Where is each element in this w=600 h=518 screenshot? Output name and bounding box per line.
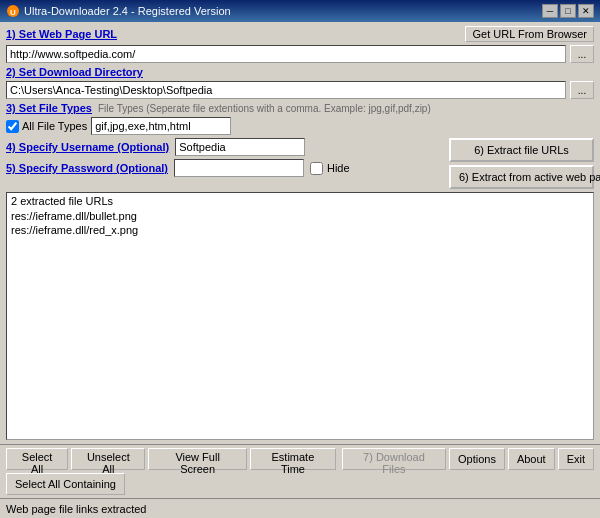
options-button[interactable]: Options [449, 448, 505, 470]
hide-row: Hide [310, 162, 350, 175]
section1-label[interactable]: 1) Set Web Page URL [6, 28, 117, 40]
view-full-screen-button[interactable]: View Full Screen [148, 448, 246, 470]
select-all-button[interactable]: Select All [6, 448, 68, 470]
section3-label[interactable]: 3) Set File Types [6, 102, 92, 114]
title-text: Ultra-Downloader 2.4 - Registered Versio… [24, 5, 231, 17]
hide-label: Hide [327, 162, 350, 174]
section1-header: 1) Set Web Page URL Get URL From Browser [6, 26, 594, 42]
title-bar: U Ultra-Downloader 2.4 - Registered Vers… [0, 0, 600, 22]
download-files-button[interactable]: 7) Download Files [342, 448, 446, 470]
file-list-area[interactable]: 2 extracted file URLs res://ieframe.dll/… [6, 192, 594, 440]
dir-browse-button[interactable]: ... [570, 81, 594, 99]
close-button[interactable]: ✕ [578, 4, 594, 18]
url-input[interactable] [6, 45, 566, 63]
all-file-types-checkbox-label[interactable]: All File Types [6, 120, 87, 133]
section5-row: 5) Specify Password (Optional) Hide [6, 159, 443, 177]
about-button[interactable]: About [508, 448, 555, 470]
minimize-button[interactable]: ─ [542, 4, 558, 18]
file-types-row: All File Types [6, 117, 594, 135]
middle-area: 2 extracted file URLs res://ieframe.dll/… [6, 192, 594, 440]
file-item[interactable]: res://ieframe.dll/red_x.png [11, 223, 589, 237]
all-file-types-label: All File Types [22, 120, 87, 132]
select-all-containing-button[interactable]: Select All Containing [6, 473, 125, 495]
toolbar-row1: Select All Unselect All View Full Screen… [6, 448, 594, 470]
unselect-all-button[interactable]: Unselect All [71, 448, 145, 470]
section4-label[interactable]: 4) Specify Username (Optional) [6, 141, 169, 153]
app-icon: U [6, 4, 20, 18]
section5-label[interactable]: 5) Specify Password (Optional) [6, 162, 168, 174]
status-bar: Web page file links extracted [0, 498, 600, 518]
extract-active-button[interactable]: 6) Extract from active web page [449, 165, 594, 189]
get-url-button[interactable]: Get URL From Browser [465, 26, 594, 42]
maximize-button[interactable]: □ [560, 4, 576, 18]
hide-checkbox[interactable] [310, 162, 323, 175]
toolbar-row2: Select All Containing [6, 473, 594, 495]
dir-input[interactable] [6, 81, 566, 99]
svg-text:U: U [10, 8, 16, 17]
file-item[interactable]: res://ieframe.dll/bullet.png [11, 209, 589, 223]
estimate-time-button[interactable]: Estimate Time [250, 448, 336, 470]
extract-urls-button[interactable]: 6) Extract file URLs [449, 138, 594, 162]
section3-row: 3) Set File Types File Types (Seperate f… [6, 102, 594, 114]
url-row: ... [6, 45, 594, 63]
status-text: Web page file links extracted [6, 503, 146, 515]
all-file-types-checkbox[interactable] [6, 120, 19, 133]
file-types-input[interactable] [91, 117, 231, 135]
section4-row: 4) Specify Username (Optional) [6, 138, 443, 156]
extracted-count: 2 extracted file URLs [11, 195, 589, 207]
file-types-hint: File Types (Seperate file extentions wit… [98, 103, 594, 114]
exit-button[interactable]: Exit [558, 448, 594, 470]
section2-label[interactable]: 2) Set Download Directory [6, 66, 594, 78]
password-input[interactable] [174, 159, 304, 177]
sections45: 4) Specify Username (Optional) 5) Specif… [6, 138, 594, 189]
bottom-toolbar: Select All Unselect All View Full Screen… [0, 444, 600, 498]
dir-row: ... [6, 81, 594, 99]
url-browse-button[interactable]: ... [570, 45, 594, 63]
username-input[interactable] [175, 138, 305, 156]
